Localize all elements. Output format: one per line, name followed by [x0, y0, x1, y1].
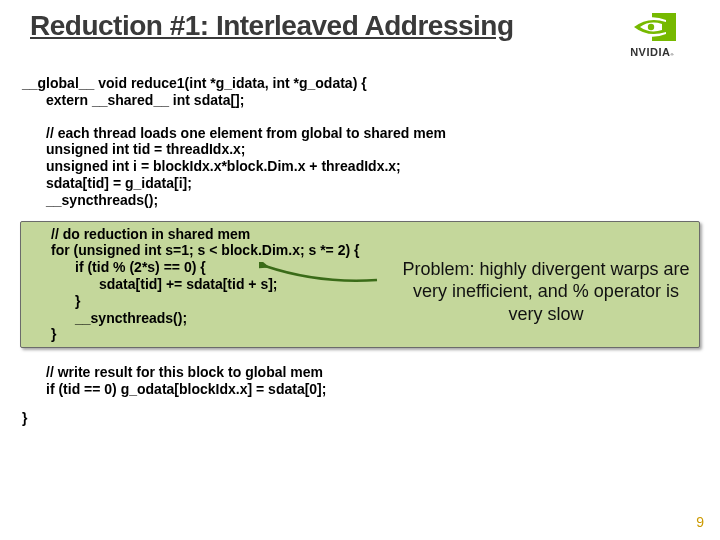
code-for-close: }	[27, 326, 693, 343]
code-shared: extern __shared__ int sdata[];	[22, 92, 698, 109]
code-close: }	[22, 410, 698, 427]
code-write-comment: // write result for this block to global…	[22, 364, 698, 381]
annotation-text: Problem: highly divergent warps are very…	[401, 258, 691, 326]
svg-point-1	[648, 24, 654, 30]
logo-reg: ®	[670, 52, 673, 57]
code-write: if (tid == 0) g_odata[blockIdx.x] = sdat…	[22, 381, 698, 398]
code-i: unsigned int i = blockIdx.x*block.Dim.x …	[22, 158, 698, 175]
code-red-comment: // do reduction in shared mem	[27, 226, 693, 243]
code-comment-load: // each thread loads one element from gl…	[22, 125, 698, 142]
code-block: __global__ void reduce1(int *g_idata, in…	[22, 75, 698, 427]
highlight-box: // do reduction in shared mem for (unsig…	[20, 221, 700, 349]
code-tid: unsigned int tid = threadIdx.x;	[22, 141, 698, 158]
code-sig: __global__ void reduce1(int *g_idata, in…	[22, 75, 698, 92]
nvidia-logo: NVIDIA®	[602, 10, 702, 58]
code-sync1: __syncthreads();	[22, 192, 698, 209]
nvidia-eye-icon	[626, 10, 678, 44]
code-assign: sdata[tid] = g_idata[i];	[22, 175, 698, 192]
page-title: Reduction #1: Interleaved Addressing	[30, 10, 595, 42]
page-number: 9	[696, 514, 704, 530]
logo-brand-text: NVIDIA	[630, 46, 670, 58]
